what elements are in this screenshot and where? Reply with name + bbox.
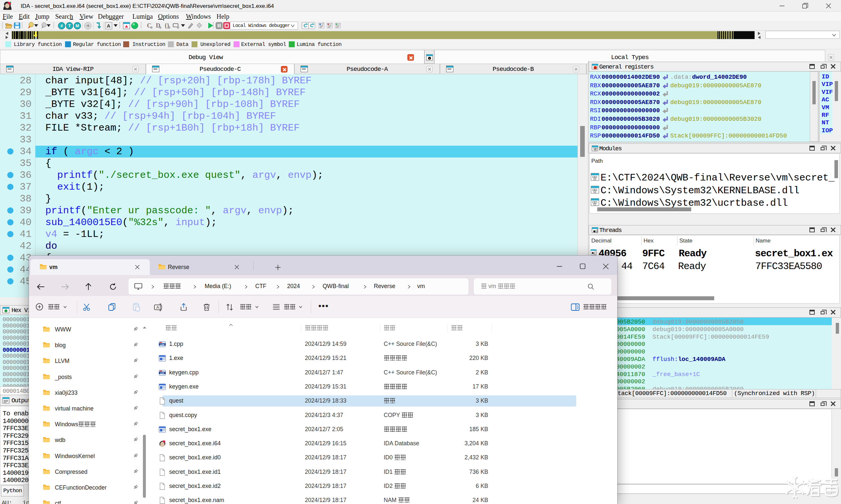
svg-text:A: A xyxy=(156,305,159,310)
svg-text:M: M xyxy=(75,23,79,28)
svg-text:T: T xyxy=(68,23,71,28)
svg-text:A: A xyxy=(107,23,110,29)
svg-text:CPP: CPP xyxy=(160,344,165,346)
svg-text:#: # xyxy=(61,23,63,28)
svg-text:CPP: CPP xyxy=(160,372,165,374)
